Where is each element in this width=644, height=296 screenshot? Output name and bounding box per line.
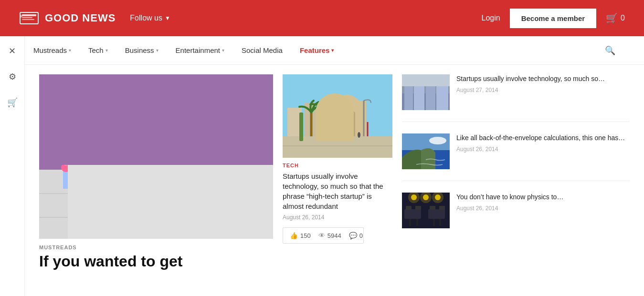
svg-rect-29	[115, 175, 124, 194]
sidebar-thumb-3[interactable]	[402, 193, 450, 228]
sidebar-title-3[interactable]: You don’t have to know physics to…	[456, 193, 630, 202]
search-icon[interactable]: 🔍	[605, 45, 615, 56]
sidebar-thumb-1[interactable]	[402, 74, 450, 110]
follow-us-chevron: ▼	[165, 15, 170, 21]
city-scene-graphic	[283, 74, 392, 158]
svg-rect-34	[230, 170, 247, 198]
sidebar-date-2: August 26, 2014	[456, 146, 630, 153]
big-article: MUSTREADS If you wanted to get	[39, 74, 273, 273]
svg-rect-39	[283, 136, 392, 158]
sidebar-article-3: You don’t have to know physics to… Augus…	[402, 193, 630, 240]
svg-rect-72	[415, 206, 421, 210]
close-icon[interactable]: ✕	[6, 43, 19, 59]
svg-point-23	[154, 196, 168, 205]
svg-point-17	[170, 179, 175, 184]
svg-point-20	[209, 191, 228, 205]
sidebar-article-1: Startups usually involve technology, so …	[402, 74, 630, 122]
big-article-title[interactable]: If you wanted to get	[39, 253, 273, 270]
mid-article-image[interactable]	[283, 74, 392, 158]
svg-rect-70	[439, 219, 441, 226]
nav-item-business[interactable]: Business ▾	[125, 46, 158, 54]
svg-rect-49	[404, 84, 413, 110]
svg-rect-69	[433, 219, 435, 226]
mid-article-actions: 👍 150 👁 5944 💬 0	[283, 227, 364, 244]
svg-rect-22	[157, 202, 167, 226]
sidebar-thumb-1-svg	[402, 74, 450, 110]
logo[interactable]: GOOD NEWS	[19, 10, 116, 26]
sidebar-thumb-2-svg	[402, 133, 450, 169]
svg-rect-6	[39, 170, 135, 239]
sidebar-date-1: August 27, 2014	[456, 87, 630, 93]
svg-rect-5	[39, 170, 273, 239]
svg-point-21	[143, 197, 164, 214]
big-article-svg	[39, 74, 273, 239]
svg-rect-65	[404, 209, 421, 219]
header-left: GOOD NEWS Follow us ▼	[19, 10, 170, 26]
follow-us-label: Follow us	[130, 14, 162, 22]
nav-item-social-media[interactable]: Social Media	[242, 46, 283, 54]
nav-item-tech[interactable]: Tech ▾	[88, 46, 108, 54]
cart-count: 0	[621, 14, 625, 22]
sidebar-title-2[interactable]: Like all back-of-the-envelope calculatio…	[456, 133, 630, 143]
svg-point-15	[161, 173, 165, 176]
big-article-image[interactable]	[39, 74, 273, 239]
nav-item-features[interactable]: Features ▾	[300, 46, 334, 54]
svg-rect-1	[22, 14, 36, 16]
svg-rect-27	[87, 177, 100, 194]
svg-point-24	[145, 200, 148, 204]
svg-point-26	[147, 198, 151, 202]
sidebar-title-1[interactable]: Startups usually involve technology, so …	[456, 74, 630, 84]
follow-us-button[interactable]: Follow us ▼	[130, 14, 170, 22]
side-panel: ✕ ⚙ 🛒	[0, 36, 25, 282]
comments-count: 0	[359, 232, 363, 239]
nav-item-entertainment[interactable]: Entertainment ▾	[176, 46, 224, 54]
svg-point-57	[429, 137, 446, 144]
svg-rect-51	[426, 86, 435, 110]
sidebar-date-3: August 26, 2014	[456, 205, 630, 212]
likes-count: 150	[300, 232, 311, 239]
svg-point-19	[142, 191, 161, 205]
mustreads-chevron: ▾	[69, 48, 71, 53]
svg-point-45	[358, 132, 360, 138]
mid-article-svg	[283, 74, 392, 158]
views-count: 5944	[327, 232, 341, 239]
views-action[interactable]: 👁 5944	[318, 232, 341, 239]
main-nav: Mustreads ▾ Tech ▾ Business ▾ Entertainm…	[0, 36, 644, 65]
kitchen-scene-graphic	[39, 74, 273, 239]
svg-rect-67	[409, 219, 411, 226]
svg-rect-68	[416, 219, 418, 226]
nav-item-mustreads[interactable]: Mustreads ▾	[33, 46, 71, 54]
svg-point-9	[161, 105, 204, 158]
login-button[interactable]: Login	[482, 14, 500, 22]
svg-rect-71	[406, 206, 412, 210]
cart-button[interactable]: 🛒 0	[606, 12, 625, 24]
svg-rect-3	[22, 19, 34, 20]
features-chevron: ▾	[331, 48, 334, 53]
svg-point-11	[166, 160, 170, 165]
views-icon: 👁	[318, 232, 325, 239]
entertainment-chevron: ▾	[222, 48, 224, 53]
svg-rect-73	[430, 206, 435, 210]
nav-items: Mustreads ▾ Tech ▾ Business ▾ Entertainm…	[33, 46, 334, 54]
logo-text: GOOD NEWS	[45, 12, 116, 24]
cart-side-icon[interactable]: 🛒	[4, 94, 21, 111]
svg-rect-2	[22, 17, 32, 18]
big-article-meta: MUSTREADS If you wanted to get	[39, 239, 273, 273]
svg-point-44	[350, 131, 354, 137]
likes-action[interactable]: 👍 150	[290, 232, 311, 239]
become-member-button[interactable]: Become a member	[510, 9, 596, 28]
svg-point-16	[190, 175, 194, 179]
sidebar-content-2: Like all back-of-the-envelope calculatio…	[456, 133, 630, 153]
svg-rect-4	[39, 74, 273, 170]
svg-point-25	[142, 199, 146, 203]
header-right: Login Become a member 🛒 0	[482, 9, 625, 28]
cart-icon: 🛒	[606, 12, 618, 24]
sidebar-thumb-2[interactable]	[402, 133, 450, 169]
settings-icon[interactable]: ⚙	[6, 69, 19, 85]
comments-action[interactable]: 💬 0	[349, 232, 363, 239]
svg-rect-66	[428, 209, 445, 219]
mid-article-title[interactable]: Startups usually involve technology, so …	[283, 171, 392, 211]
mid-article-date: August 26, 2014	[283, 214, 392, 221]
svg-rect-33	[206, 174, 225, 198]
sidebar-content-3: You don’t have to know physics to… Augus…	[456, 193, 630, 212]
